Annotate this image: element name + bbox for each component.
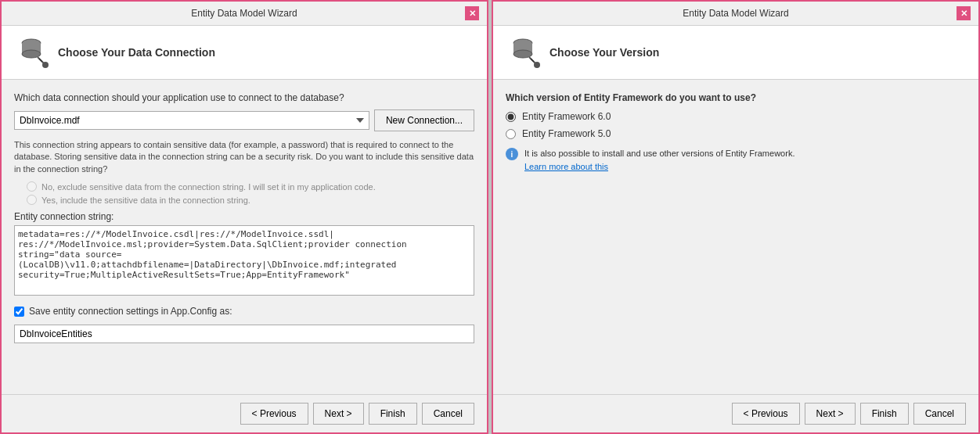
left-close-button[interactable]: ✕ — [465, 6, 479, 20]
radio-yes-item: Yes, include the sensitive data in the c… — [27, 195, 474, 205]
right-section-question: Which version of Entity Framework do you… — [506, 92, 966, 103]
radio-yes-label: Yes, include the sensitive data in the c… — [41, 195, 250, 205]
svg-point-2 — [22, 50, 41, 58]
radio-no-item: No, exclude sensitive data from the conn… — [27, 181, 474, 192]
right-previous-button[interactable]: < Previous — [732, 403, 800, 425]
right-header-title: Choose Your Version — [549, 46, 659, 59]
connection-dropdown[interactable]: DbInvoice.mdf — [14, 111, 369, 130]
ef5-radio[interactable] — [506, 129, 516, 139]
radio-yes[interactable] — [27, 195, 37, 205]
info-text: It is also possible to install and use o… — [524, 149, 794, 158]
left-next-button[interactable]: Next > — [313, 403, 364, 425]
info-box: i It is also possible to install and use… — [506, 147, 966, 173]
left-previous-button[interactable]: < Previous — [240, 403, 308, 425]
ef6-radio-item: Entity Framework 6.0 — [506, 111, 966, 122]
ef5-label: Entity Framework 5.0 — [522, 128, 611, 139]
sensitive-radio-group: No, exclude sensitive data from the conn… — [27, 181, 474, 205]
save-config-row: Save entity connection settings in App.C… — [14, 306, 474, 317]
left-dialog-title: Entity Data Model Wizard — [23, 8, 465, 19]
sensitive-data-text: This connection string appears to contai… — [14, 139, 474, 175]
connection-row: DbInvoice.mdf New Connection... — [14, 109, 474, 131]
info-icon: i — [506, 148, 518, 160]
svg-point-8 — [513, 50, 532, 58]
right-close-button[interactable]: ✕ — [957, 6, 971, 20]
database-icon — [14, 35, 49, 70]
ef5-radio-item: Entity Framework 5.0 — [506, 128, 966, 139]
learn-more-link[interactable]: Learn more about this — [524, 162, 608, 171]
version-section: Entity Framework 6.0 Entity Framework 5.… — [506, 111, 966, 139]
left-cancel-button[interactable]: Cancel — [422, 403, 474, 425]
right-title-bar: Entity Data Model Wizard ✕ — [493, 2, 978, 26]
left-finish-button[interactable]: Finish — [369, 403, 417, 425]
save-config-label: Save entity connection settings in App.C… — [29, 306, 232, 317]
radio-no-label: No, exclude sensitive data from the conn… — [41, 182, 376, 192]
left-title-bar: Entity Data Model Wizard ✕ — [2, 2, 487, 26]
radio-no[interactable] — [27, 181, 37, 192]
ef6-radio[interactable] — [506, 112, 516, 122]
save-config-checkbox[interactable] — [14, 307, 24, 317]
right-cancel-button[interactable]: Cancel — [913, 403, 966, 425]
right-dialog-content: Which version of Entity Framework do you… — [493, 80, 978, 394]
conn-string-label: Entity connection string: — [14, 211, 474, 222]
left-dialog-content: Which data connection should your applic… — [2, 80, 487, 394]
app-config-input[interactable] — [14, 325, 474, 343]
left-header-title: Choose Your Data Connection — [58, 46, 215, 59]
right-database-icon — [506, 35, 540, 70]
left-dialog-footer: < Previous Next > Finish Cancel — [2, 394, 487, 432]
new-connection-button[interactable]: New Connection... — [374, 109, 474, 131]
right-next-button[interactable]: Next > — [805, 403, 856, 425]
svg-point-4 — [42, 62, 49, 68]
right-dialog: Entity Data Model Wizard ✕ Choose Your V… — [492, 0, 980, 434]
conn-string-textarea[interactable]: metadata=res://*/ModelInvoice.csdl|res:/… — [14, 225, 474, 296]
right-dialog-title: Entity Data Model Wizard — [515, 8, 957, 19]
right-dialog-footer: < Previous Next > Finish Cancel — [493, 394, 978, 432]
ef6-label: Entity Framework 6.0 — [522, 111, 611, 122]
info-text-block: It is also possible to install and use o… — [524, 147, 794, 173]
left-section-question: Which data connection should your applic… — [14, 92, 474, 103]
right-dialog-header: Choose Your Version — [493, 26, 978, 80]
svg-point-10 — [534, 62, 540, 68]
left-dialog-header: Choose Your Data Connection — [2, 26, 487, 80]
left-dialog: Entity Data Model Wizard ✕ Choose Your D… — [0, 0, 488, 434]
right-finish-button[interactable]: Finish — [860, 403, 909, 425]
